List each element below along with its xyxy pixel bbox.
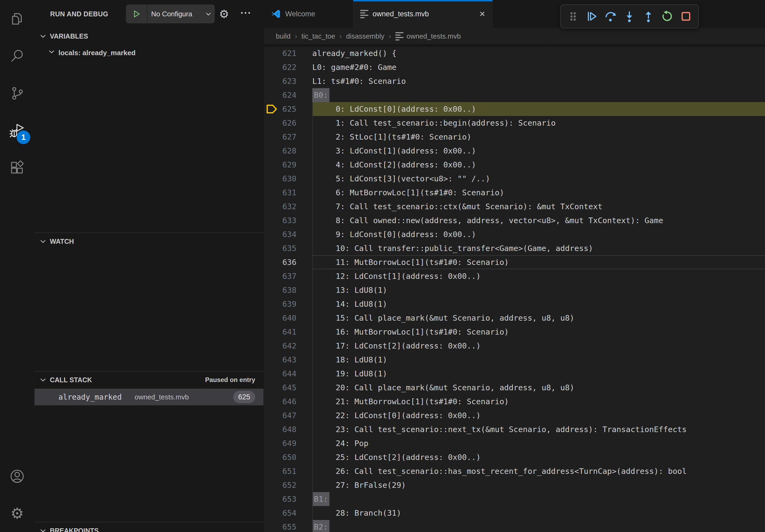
code-line-634[interactable]: 634 9: LdConst[0](address: 0x00..) — [264, 227, 765, 241]
code-line-624[interactable]: 624B0: — [264, 88, 765, 102]
gutter-line-625[interactable]: 625 — [264, 102, 312, 116]
code-line-651[interactable]: 651 26: Call test_scenario::has_most_rec… — [264, 464, 765, 478]
restart-button[interactable] — [659, 6, 676, 27]
debug-toolbar-drag-handle[interactable] — [564, 6, 582, 27]
code-line-622[interactable]: 622L0: game#2#0: Game — [264, 60, 765, 74]
step-over-button[interactable] — [602, 6, 619, 27]
gutter-line-651[interactable]: 651 — [264, 464, 312, 478]
tab-welcome[interactable]: Welcome — [264, 0, 353, 28]
variables-section-header[interactable]: VARIABLES — [35, 28, 264, 45]
code-line-621[interactable]: 621already_marked() { — [264, 46, 765, 60]
close-tab-icon[interactable]: ✕ — [479, 10, 485, 19]
code-line-638[interactable]: 638 13: LdU8(1) — [264, 283, 765, 297]
activity-item-extensions[interactable] — [0, 149, 34, 186]
gutter-line-649[interactable]: 649 — [264, 436, 312, 450]
code-line-627[interactable]: 627 2: StLoc[1](ts#1#0: Scenario) — [264, 130, 765, 144]
watch-section-header[interactable]: WATCH — [35, 233, 264, 250]
gutter-line-654[interactable]: 654 — [264, 506, 312, 520]
gutter-line-634[interactable]: 634 — [264, 227, 312, 241]
gutter-line-642[interactable]: 642 — [264, 339, 312, 353]
code-line-639[interactable]: 639 14: LdU8(1) — [264, 297, 765, 311]
code-line-643[interactable]: 643 18: LdU8(1) — [264, 353, 765, 367]
gutter-line-630[interactable]: 630 — [264, 172, 312, 186]
debug-settings-gear-icon[interactable]: ⚙ — [219, 0, 229, 28]
code-line-649[interactable]: 649 24: Pop — [264, 436, 765, 450]
gutter-line-648[interactable]: 648 — [264, 422, 312, 436]
gutter-line-637[interactable]: 637 — [264, 269, 312, 283]
code-line-653[interactable]: 653B1: — [264, 492, 765, 506]
gutter-line-636[interactable]: 636 — [264, 255, 312, 269]
tab-owned-tests[interactable]: owned_tests.mvb ✕ — [353, 0, 493, 28]
gutter-line-631[interactable]: 631 — [264, 186, 312, 199]
stop-button[interactable] — [677, 6, 694, 27]
code-line-645[interactable]: 645 20: Call place_mark(&mut Scenario, a… — [264, 381, 765, 395]
locals-scope-row[interactable]: locals: already_marked — [35, 45, 264, 61]
code-line-652[interactable]: 652 27: BrFalse(29) — [264, 478, 765, 492]
code-line-633[interactable]: 633 8: Call owned::new(address, address,… — [264, 213, 765, 227]
gutter-line-644[interactable]: 644 — [264, 367, 312, 381]
gutter-line-640[interactable]: 640 — [264, 311, 312, 325]
continue-button[interactable] — [583, 6, 600, 27]
activity-item-account[interactable] — [0, 457, 34, 495]
step-into-button[interactable] — [621, 6, 638, 27]
step-out-button[interactable] — [640, 6, 657, 27]
gutter-line-633[interactable]: 633 — [264, 213, 312, 227]
code-line-630[interactable]: 630 5: LdConst[3](vector<u8>: "" /..) — [264, 172, 765, 186]
code-line-636[interactable]: 636 11: MutBorrowLoc[1](ts#1#0: Scenario… — [264, 255, 765, 269]
code-line-637[interactable]: 637 12: LdConst[1](address: 0x00..) — [264, 269, 765, 283]
code-line-648[interactable]: 648 23: Call test_scenario::next_tx(&mut… — [264, 422, 765, 436]
activity-item-explorer[interactable] — [0, 0, 34, 37]
activity-item-settings[interactable]: ⚙ — [0, 495, 34, 532]
gutter-line-652[interactable]: 652 — [264, 478, 312, 492]
code-line-641[interactable]: 641 16: MutBorrowLoc[1](ts#1#0: Scenario… — [264, 325, 765, 339]
code-line-646[interactable]: 646 21: MutBorrowLoc[1](ts#1#0: Scenario… — [264, 395, 765, 408]
code-line-628[interactable]: 628 3: LdConst[1](address: 0x00..) — [264, 144, 765, 158]
gutter-line-643[interactable]: 643 — [264, 353, 312, 367]
gutter-line-646[interactable]: 646 — [264, 395, 312, 408]
code-line-632[interactable]: 632 7: Call test_scenario::ctx(&mut Scen… — [264, 199, 765, 213]
code-line-647[interactable]: 647 22: LdConst[0](address: 0x00..) — [264, 408, 765, 422]
gutter-line-638[interactable]: 638 — [264, 283, 312, 297]
gutter-line-626[interactable]: 626 — [264, 116, 312, 130]
code-line-625[interactable]: 625 0: LdConst[0](address: 0x00..) — [264, 102, 765, 116]
gutter-line-635[interactable]: 635 — [264, 241, 312, 255]
gutter-line-655[interactable]: 655 — [264, 520, 312, 532]
gutter-line-628[interactable]: 628 — [264, 144, 312, 158]
code-line-635[interactable]: 635 10: Call transfer::public_transfer<G… — [264, 241, 765, 255]
gutter-line-645[interactable]: 645 — [264, 381, 312, 395]
code-line-642[interactable]: 642 17: LdConst[2](address: 0x00..) — [264, 339, 765, 353]
launch-configuration-dropdown[interactable]: No Configura — [126, 5, 215, 23]
code-line-631[interactable]: 631 6: MutBorrowLoc[1](ts#1#0: Scenario) — [264, 186, 765, 199]
breadcrumb-item-build[interactable]: build — [276, 32, 291, 40]
gutter-line-647[interactable]: 647 — [264, 408, 312, 422]
call-stack-section-header[interactable]: CALL STACK Paused on entry — [35, 372, 264, 388]
gutter-line-627[interactable]: 627 — [264, 130, 312, 144]
gutter-line-624[interactable]: 624 — [264, 88, 312, 102]
views-more-actions-icon[interactable]: ··· — [241, 0, 252, 26]
code-line-640[interactable]: 640 15: Call place_mark(&mut Scenario, a… — [264, 311, 765, 325]
code-line-644[interactable]: 644 19: LdU8(1) — [264, 367, 765, 381]
code-line-654[interactable]: 654 28: Branch(31) — [264, 506, 765, 520]
code-line-626[interactable]: 626 1: Call test_scenario::begin(address… — [264, 116, 765, 130]
breadcrumb-item-disassembly[interactable]: disassembly — [346, 32, 384, 40]
breadcrumb-item-file[interactable]: owned_tests.mvb — [395, 31, 461, 41]
activity-item-source-control[interactable] — [0, 75, 34, 112]
gutter-line-641[interactable]: 641 — [264, 325, 312, 339]
gutter-line-622[interactable]: 622 — [264, 60, 312, 74]
gutter-line-623[interactable]: 623 — [264, 74, 312, 88]
gutter-line-639[interactable]: 639 — [264, 297, 312, 311]
activity-item-search[interactable] — [0, 37, 34, 75]
code-line-655[interactable]: 655B2: — [264, 520, 765, 532]
gutter-line-650[interactable]: 650 — [264, 450, 312, 464]
gutter-line-621[interactable]: 621 — [264, 46, 312, 60]
activity-item-run-and-debug[interactable]: 1 — [0, 112, 34, 149]
start-debugging-button[interactable] — [126, 5, 147, 23]
code-line-629[interactable]: 629 4: LdConst[2](address: 0x00..) — [264, 158, 765, 172]
code-line-650[interactable]: 650 25: LdConst[2](address: 0x00..) — [264, 450, 765, 464]
stack-frame-row[interactable]: already_marked owned_tests.mvb 625 — [35, 389, 264, 405]
code-line-623[interactable]: 623L1: ts#1#0: Scenario — [264, 74, 765, 88]
gutter-line-632[interactable]: 632 — [264, 199, 312, 213]
gutter-line-653[interactable]: 653 — [264, 492, 312, 506]
breakpoints-section-header[interactable]: BREAKPOINTS — [35, 522, 264, 532]
gutter-line-629[interactable]: 629 — [264, 158, 312, 172]
